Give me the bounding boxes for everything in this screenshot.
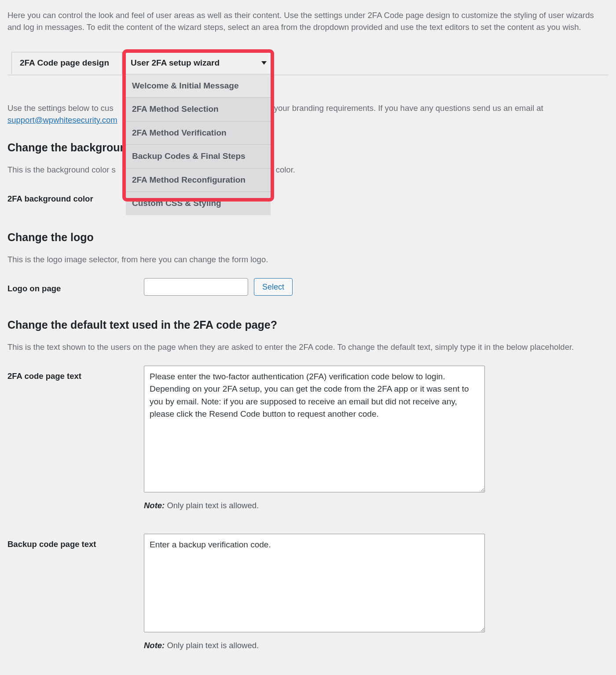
dropdown-opt-custom-css[interactable]: Custom CSS & Styling (126, 192, 271, 215)
wizard-dropdown: Welcome & Initial Message 2FA Method Sel… (126, 74, 271, 215)
note-2fa-text: Note: Only plain text is allowed. (144, 499, 609, 512)
dropdown-opt-welcome[interactable]: Welcome & Initial Message (126, 74, 271, 98)
row-backup-text: Backup code page text Note: Only plain t… (7, 534, 609, 652)
dropdown-opt-method-reconfig[interactable]: 2FA Method Reconfiguration (126, 169, 271, 192)
row-2fa-text: 2FA code page text Note: Only plain text… (7, 366, 609, 512)
text-desc: This is the text shown to the users on t… (7, 341, 609, 353)
note-text: Only plain text is allowed. (165, 501, 259, 510)
tab-user-2fa-setup-wizard[interactable]: User 2FA setup wizard (122, 52, 274, 74)
row-bg-color: 2FA background color (7, 188, 609, 205)
textarea-2fa-code-page[interactable] (144, 366, 485, 492)
settings-intro: Use the settings below to customize the … (7, 103, 609, 126)
note-text: Only plain text is allowed. (165, 641, 259, 650)
heading-change-logo: Change the logo (7, 229, 609, 246)
heading-change-text: Change the default text used in the 2FA … (7, 317, 609, 334)
label-2fa-text: 2FA code page text (7, 366, 144, 382)
dropdown-opt-backup-codes[interactable]: Backup Codes & Final Steps (126, 145, 271, 169)
row-logo: Logo on page Select (7, 278, 609, 296)
label-logo: Logo on page (7, 278, 144, 295)
textarea-backup-code-page[interactable] (144, 534, 485, 632)
select-button[interactable]: Select (254, 278, 293, 296)
chevron-down-icon (261, 61, 267, 65)
logo-desc: This is the logo image selector, from he… (7, 254, 609, 266)
label-backup-text: Backup code page text (7, 534, 144, 550)
intro-text: Here you can control the look and feel o… (7, 10, 609, 33)
bg-desc: This is the background color s m backgro… (7, 164, 609, 176)
tab-2fa-code-page-design[interactable]: 2FA Code page design (11, 52, 122, 74)
heading-change-background: Change the background (7, 139, 609, 156)
dropdown-opt-method-selection[interactable]: 2FA Method Selection (126, 98, 271, 121)
text: Use the settings below to cus (7, 103, 114, 113)
note-label: Note: (144, 501, 165, 510)
tabs: 2FA Code page design User 2FA setup wiza… (7, 52, 609, 75)
text: it meets your branding requirements. If … (241, 103, 543, 113)
label-bg-color: 2FA background color (7, 188, 144, 205)
note-label: Note: (144, 641, 165, 650)
dropdown-opt-method-verification[interactable]: 2FA Method Verification (126, 121, 271, 145)
logo-input[interactable] (144, 278, 248, 296)
support-email-link[interactable]: support@wpwhitesecurity.com (7, 115, 117, 125)
note-backup-text: Note: Only plain text is allowed. (144, 639, 609, 652)
tab-label: 2FA Code page design (20, 57, 109, 70)
tab-label: User 2FA setup wizard (131, 57, 220, 70)
